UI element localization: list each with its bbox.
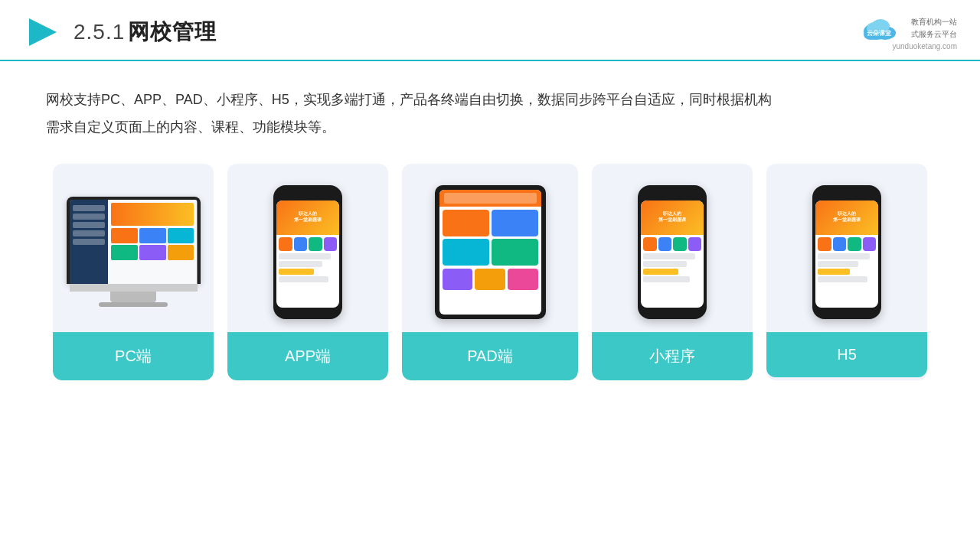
miniapp-icon-3 [673, 237, 687, 251]
h5-list-2 [818, 261, 858, 267]
miniapp-content [641, 235, 704, 286]
miniapp-phone-icon: 职达人的第一堂刷题课 [638, 185, 707, 319]
phone-banner: 职达人的第一堂刷题课 [276, 201, 339, 235]
desc-line1: 网校支持PC、APP、PAD、小程序、H5，实现多端打通，产品各终端自由切换，数… [46, 86, 934, 113]
screen-card-1 [111, 228, 138, 243]
card-h5: 职达人的第一堂刷题课 [766, 164, 927, 380]
card-pad: PAD端 [402, 164, 578, 380]
monitor-stand [110, 292, 156, 302]
tablet-header-bar [444, 193, 537, 204]
phone-icon-1 [279, 237, 292, 251]
phone-notch [296, 191, 319, 197]
miniapp-list-3 [643, 269, 678, 275]
phone-icon-3 [309, 237, 322, 251]
monitor-foot [99, 302, 168, 307]
svg-marker-0 [29, 18, 57, 46]
miniapp-screen: 职达人的第一堂刷题课 [641, 201, 704, 308]
screen-main [108, 200, 198, 284]
h5-icon-4 [863, 237, 877, 251]
tablet-screen [439, 190, 541, 315]
phone-icon-4 [324, 237, 338, 251]
title-text: 网校管理 [128, 20, 217, 44]
monitor-screen-inner [70, 200, 198, 284]
logo-icon [23, 14, 60, 51]
tablet-bottom-2 [475, 269, 505, 290]
card-app-label: APP端 [227, 332, 388, 380]
h5-banner: 职达人的第一堂刷题课 [815, 201, 878, 235]
miniapp-list-2 [643, 261, 687, 267]
brand-tagline: 教育机构一站 式服务云平台 [911, 16, 957, 41]
card-app: 职达人的第一堂刷题课 [227, 164, 388, 380]
h5-notch [835, 191, 858, 197]
phone-icon-row-1 [279, 237, 337, 251]
pad-tablet-icon [435, 185, 546, 319]
cards-section: PC端 职达人的第一堂刷题课 [0, 148, 980, 403]
tablet-bottom [439, 269, 541, 290]
h5-list-3 [818, 269, 850, 275]
cloud-logo-icon: 云朵课堂 [859, 15, 905, 42]
header-left: 2.5.1网校管理 [23, 14, 217, 51]
phone-banner-text: 职达人的第一堂刷题课 [294, 211, 322, 223]
monitor-base [70, 284, 198, 292]
card-pad-image [402, 164, 578, 332]
svg-text:云朵课堂: 云朵课堂 [867, 30, 892, 37]
miniapp-banner-text: 职达人的第一堂刷题课 [658, 211, 686, 223]
miniapp-icon-1 [643, 237, 657, 251]
card-miniapp-label: 小程序 [592, 332, 753, 380]
card-pc-label: PC端 [53, 332, 214, 380]
phone-content [276, 235, 339, 286]
sidebar-item-3 [73, 222, 105, 228]
section-number: 2.5.1 [74, 20, 125, 44]
tablet-card-2 [492, 210, 538, 236]
card-miniapp: 职达人的第一堂刷题课 [592, 164, 753, 380]
tablet-card-3 [443, 239, 489, 266]
monitor-screen-wrapper [67, 197, 201, 284]
card-h5-label: H5 [766, 332, 927, 377]
brand-logo-area: 云朵课堂 教育机构一站 式服务云平台 yunduoketang.com [859, 15, 957, 51]
miniapp-list-4 [643, 276, 690, 282]
h5-content [815, 235, 878, 286]
miniapp-banner: 职达人的第一堂刷题课 [641, 201, 704, 235]
screen-card-6 [168, 245, 194, 260]
phone-list-2 [279, 261, 322, 267]
app-phone-icon: 职达人的第一堂刷题课 [273, 185, 342, 319]
sidebar-item-4 [73, 230, 105, 236]
h5-list-1 [818, 253, 870, 259]
screen-banner [111, 203, 194, 226]
pc-monitor-icon [67, 197, 201, 307]
h5-list-4 [818, 276, 867, 282]
tablet-content [439, 207, 541, 269]
h5-phone-icon: 职达人的第一堂刷题课 [812, 185, 881, 319]
tablet-card-1 [443, 210, 489, 236]
phone-list-3 [279, 269, 314, 275]
h5-icon-row [818, 237, 876, 251]
card-miniapp-image: 职达人的第一堂刷题课 [592, 164, 753, 332]
card-h5-image: 职达人的第一堂刷题课 [766, 164, 927, 332]
screen-card-4 [111, 245, 138, 260]
description-text: 网校支持PC、APP、PAD、小程序、H5，实现多端打通，产品各终端自由切换，数… [0, 61, 980, 148]
phone-list-4 [279, 276, 328, 282]
sidebar-item-1 [73, 205, 105, 211]
header: 2.5.1网校管理 云朵课堂 教育机构一站 式服务云平台 yunduoketan [0, 0, 980, 61]
brand-line2: 式服务云平台 [911, 28, 957, 41]
card-pc: PC端 [53, 164, 214, 380]
tablet-bottom-1 [443, 269, 473, 290]
miniapp-icon-row [643, 237, 701, 251]
h5-icon-2 [833, 237, 847, 251]
phone-icon-2 [294, 237, 308, 251]
screen-card-3 [168, 228, 194, 243]
card-app-image: 职达人的第一堂刷题课 [227, 164, 388, 332]
page-title: 2.5.1网校管理 [74, 18, 217, 47]
card-pc-image [53, 164, 214, 332]
h5-banner-text: 职达人的第一堂刷题课 [833, 211, 861, 223]
monitor-screen [70, 200, 198, 284]
brand-url: yunduoketang.com [892, 42, 957, 51]
phone-list-1 [279, 253, 331, 259]
miniapp-icon-2 [658, 237, 672, 251]
screen-sidebar [70, 200, 108, 284]
desc-line2: 需求自定义页面上的内容、课程、功能模块等。 [46, 113, 934, 141]
screen-card-grid [111, 228, 194, 260]
tablet-card-4 [492, 239, 538, 266]
tablet-bottom-3 [508, 269, 538, 290]
miniapp-icon-4 [688, 237, 702, 251]
